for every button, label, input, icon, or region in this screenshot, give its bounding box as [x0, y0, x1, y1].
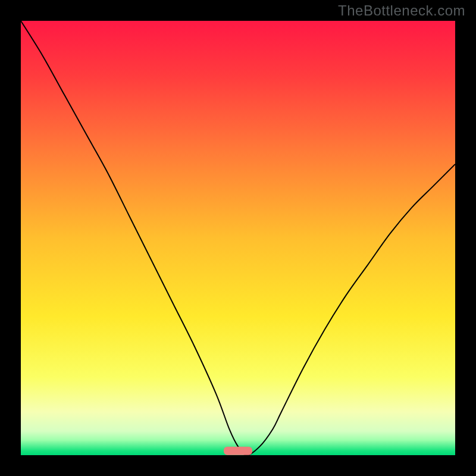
- chart-svg: [0, 0, 476, 476]
- plot-area: [21, 21, 455, 455]
- optimal-marker: [224, 447, 252, 455]
- bottleneck-chart: TheBottleneck.com: [0, 0, 476, 476]
